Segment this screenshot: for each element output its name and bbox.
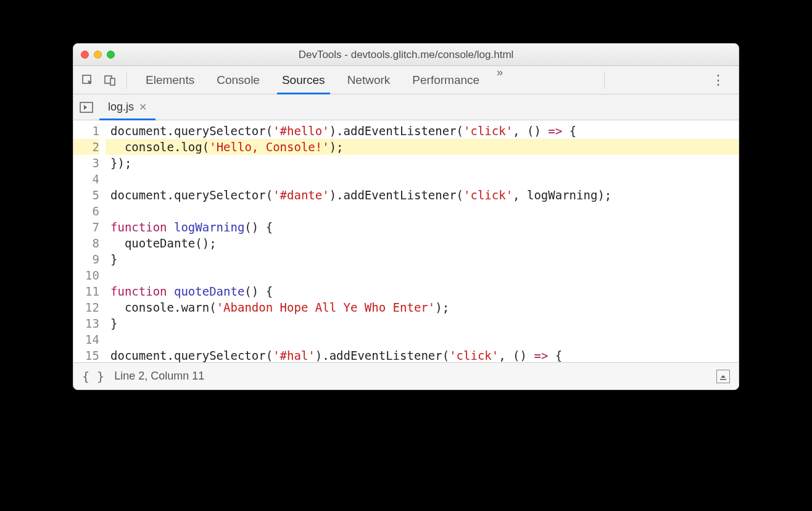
code-line[interactable] xyxy=(106,171,739,187)
code-editor[interactable]: 123456789101112131415 document.querySele… xyxy=(73,120,739,362)
code-line[interactable]: console.log('Hello, Console!'); xyxy=(106,139,739,155)
code-line[interactable]: console.warn('Abandon Hope All Ye Who En… xyxy=(106,299,739,315)
device-mode-icon[interactable] xyxy=(101,71,119,89)
code-line[interactable]: }); xyxy=(106,155,739,171)
code-content[interactable]: document.querySelector('#hello').addEven… xyxy=(106,120,739,362)
code-line[interactable] xyxy=(106,331,739,347)
code-line[interactable]: document.querySelector('#dante').addEven… xyxy=(106,187,739,203)
drawer-toggle-icon[interactable] xyxy=(716,370,730,383)
svg-rect-4 xyxy=(720,379,726,380)
code-line[interactable] xyxy=(106,203,739,219)
line-number[interactable]: 7 xyxy=(73,219,99,235)
code-line[interactable]: document.querySelector('#hal').addEventL… xyxy=(106,347,739,362)
code-line[interactable]: function quoteDante() { xyxy=(106,283,739,299)
tabs-overflow-icon[interactable]: » xyxy=(491,66,509,94)
line-number[interactable]: 4 xyxy=(73,171,99,187)
statusbar: { } Line 2, Column 11 xyxy=(73,362,739,389)
devtools-window: DevTools - devtools.glitch.me/console/lo… xyxy=(73,43,739,390)
code-line[interactable]: function logWarning() { xyxy=(106,219,739,235)
close-file-icon[interactable]: ✕ xyxy=(139,101,147,113)
line-number[interactable]: 11 xyxy=(73,283,99,299)
line-number[interactable]: 13 xyxy=(73,315,99,331)
tab-performance[interactable]: Performance xyxy=(401,66,491,94)
zoom-window-button[interactable] xyxy=(107,51,115,59)
sources-tabstrip: log.js ✕ xyxy=(73,94,739,120)
line-number[interactable]: 15 xyxy=(73,347,99,362)
pretty-print-icon[interactable]: { } xyxy=(82,369,104,384)
line-number[interactable]: 14 xyxy=(73,331,99,347)
tab-console[interactable]: Console xyxy=(205,66,271,94)
line-number[interactable]: 9 xyxy=(73,251,99,267)
line-number[interactable]: 12 xyxy=(73,299,99,315)
settings-menu-icon[interactable]: ⋮ xyxy=(703,72,734,88)
code-line[interactable]: document.querySelector('#hello').addEven… xyxy=(106,123,739,139)
minimize-window-button[interactable] xyxy=(94,51,102,59)
cursor-position: Line 2, Column 11 xyxy=(114,370,204,383)
titlebar: DevTools - devtools.glitch.me/console/lo… xyxy=(73,44,739,66)
devtools-toolbar: Elements Console Sources Network Perform… xyxy=(73,66,739,94)
code-line[interactable]: } xyxy=(106,251,739,267)
traffic-lights xyxy=(81,51,115,59)
tab-sources[interactable]: Sources xyxy=(271,66,336,94)
close-window-button[interactable] xyxy=(81,51,89,59)
inspect-element-icon[interactable] xyxy=(78,71,97,89)
window-title: DevTools - devtools.glitch.me/console/lo… xyxy=(73,49,739,61)
file-tab-logjs[interactable]: log.js ✕ xyxy=(99,94,155,120)
line-number[interactable]: 6 xyxy=(73,203,99,219)
line-number[interactable]: 8 xyxy=(73,235,99,251)
line-number[interactable]: 5 xyxy=(73,187,99,203)
code-line[interactable] xyxy=(106,267,739,283)
code-line[interactable]: } xyxy=(106,315,739,331)
svg-rect-2 xyxy=(110,78,115,85)
code-line[interactable]: quoteDante(); xyxy=(106,235,739,251)
navigator-toggle-icon[interactable] xyxy=(78,99,94,115)
tab-network[interactable]: Network xyxy=(336,66,402,94)
line-number-gutter: 123456789101112131415 xyxy=(73,120,106,362)
tab-elements[interactable]: Elements xyxy=(135,66,205,94)
line-number[interactable]: 1 xyxy=(73,123,99,139)
file-tab-label: log.js xyxy=(108,101,134,114)
line-number[interactable]: 2 xyxy=(73,139,99,155)
separator xyxy=(604,72,605,89)
line-number[interactable]: 10 xyxy=(73,267,99,283)
separator xyxy=(126,72,127,89)
line-number[interactable]: 3 xyxy=(73,155,99,171)
panel-tabs: Elements Console Sources Network Perform… xyxy=(135,66,509,94)
